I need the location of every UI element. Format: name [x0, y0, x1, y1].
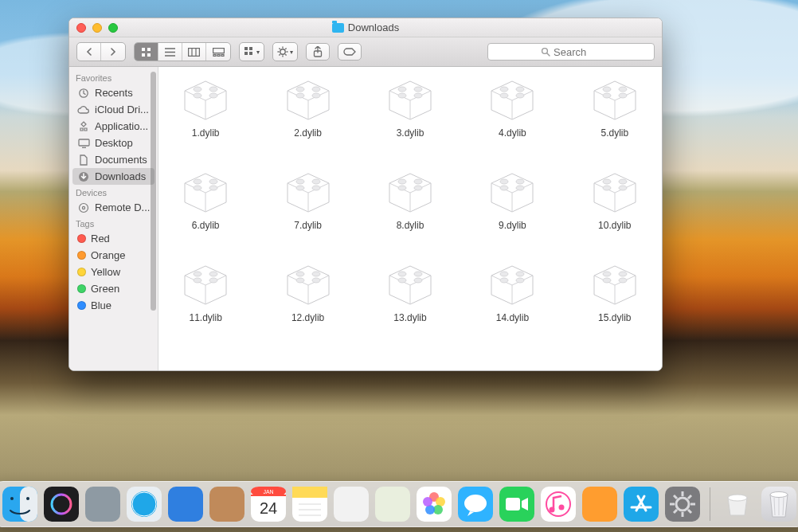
svg-rect-74	[582, 487, 617, 522]
sidebar-item-label: Orange	[91, 249, 125, 261]
svg-rect-7	[189, 48, 200, 56]
dock-app-notes[interactable]	[292, 487, 327, 522]
svg-point-67	[464, 495, 487, 512]
svg-text:JAN: JAN	[263, 489, 273, 495]
dock-app-photos[interactable]	[417, 487, 452, 522]
dock-app-mail[interactable]	[168, 487, 203, 522]
dylib-icon	[180, 75, 231, 121]
sidebar-item-tag-blue[interactable]: Blue	[69, 297, 158, 314]
tag-dot-icon	[77, 268, 86, 276]
dock-app-reminders[interactable]	[334, 487, 369, 522]
svg-line-25	[285, 48, 286, 49]
sidebar-item-desktop[interactable]: Desktop	[69, 135, 158, 151]
sidebar-item-tag-red[interactable]: Red	[69, 230, 158, 247]
sidebar-scrollbar[interactable]	[151, 72, 156, 311]
file-name-label: 10.dylib	[598, 220, 631, 231]
sidebar-item-applications[interactable]: Applicatio...	[69, 118, 158, 135]
dock-app-ibooks[interactable]	[582, 487, 617, 522]
file-item[interactable]: 3.dylib	[371, 75, 449, 139]
file-item[interactable]: 14.dylib	[473, 260, 551, 323]
forward-button[interactable]	[101, 43, 125, 61]
svg-rect-16	[249, 47, 252, 50]
file-name-label: 7.dylib	[294, 220, 322, 231]
dock-app-appstore[interactable]	[624, 487, 659, 522]
svg-rect-46	[168, 487, 203, 522]
close-window-button[interactable]	[76, 23, 86, 33]
dock-app-maps[interactable]	[375, 487, 410, 522]
view-gallery-button[interactable]	[206, 43, 230, 61]
dock-app-calendar[interactable]: JAN24	[251, 487, 286, 522]
svg-rect-47	[209, 487, 244, 522]
sidebar-item-label: Recents	[95, 87, 133, 99]
dock-app-sysprefs[interactable]	[665, 487, 700, 522]
sidebar-group-label: Favorites	[69, 70, 158, 84]
svg-rect-59	[375, 487, 410, 522]
view-columns-button[interactable]	[182, 43, 206, 61]
file-item[interactable]: 4.dylib	[473, 75, 551, 139]
svg-rect-13	[221, 54, 224, 56]
search-field[interactable]	[487, 43, 655, 61]
tag-dot-icon	[77, 301, 86, 310]
file-item[interactable]: 15.dylib	[576, 260, 654, 323]
view-icons-button[interactable]	[135, 43, 158, 61]
dock-app-messages[interactable]	[458, 487, 493, 522]
minimize-window-button[interactable]	[92, 23, 102, 33]
sidebar-item-documents[interactable]: Documents	[69, 151, 158, 168]
file-item[interactable]: 2.dylib	[268, 75, 346, 139]
dylib-icon	[283, 260, 334, 306]
dock-app-siri[interactable]	[44, 487, 79, 522]
sidebar-item-tag-orange[interactable]: Orange	[69, 247, 158, 264]
file-item[interactable]: 9.dylib	[473, 167, 551, 231]
file-name-label: 15.dylib	[598, 312, 631, 323]
sidebar-item-tag-yellow[interactable]: Yellow	[69, 264, 158, 280]
file-name-label: 1.dylib	[192, 127, 220, 139]
back-button[interactable]	[77, 43, 101, 61]
tag-dot-icon	[77, 251, 86, 260]
file-item[interactable]: 11.dylib	[166, 260, 244, 323]
sidebar-item-label: Green	[91, 283, 119, 295]
zoom-window-button[interactable]	[108, 23, 118, 33]
file-item[interactable]: 12.dylib	[268, 260, 346, 323]
svg-point-34	[80, 203, 88, 212]
dock-app-facetime[interactable]	[499, 487, 534, 522]
share-button[interactable]	[306, 43, 330, 61]
file-item[interactable]: 13.dylib	[371, 260, 449, 323]
finder-content[interactable]: 1.dylib2.dylib3.dylib4.dylib5.dylib6.dyl…	[158, 67, 662, 370]
view-list-button[interactable]	[158, 43, 182, 61]
svg-rect-14	[244, 47, 248, 50]
svg-rect-58	[334, 487, 369, 522]
file-item[interactable]: 7.dylib	[268, 167, 346, 231]
edit-tags-button[interactable]	[338, 43, 362, 61]
file-item[interactable]: 10.dylib	[576, 167, 654, 231]
svg-rect-3	[147, 53, 151, 57]
search-input[interactable]	[554, 46, 601, 58]
file-item[interactable]: 6.dylib	[166, 167, 244, 231]
sidebar-item-label: Documents	[95, 154, 147, 166]
action-menu[interactable]: ▾	[272, 42, 298, 61]
sidebar-item-label: iCloud Dri...	[95, 104, 149, 115]
search-icon	[541, 47, 550, 57]
sidebar-item-downloads[interactable]: Downloads	[72, 168, 155, 185]
folder-icon	[332, 23, 344, 33]
svg-point-35	[82, 206, 84, 209]
file-item[interactable]: 1.dylib	[166, 75, 244, 139]
file-item[interactable]: 8.dylib	[371, 167, 449, 231]
dock-app-contacts[interactable]	[209, 487, 244, 522]
sidebar-item-recents[interactable]: Recents	[69, 84, 158, 101]
dock-app-launchpad[interactable]	[85, 487, 120, 522]
svg-point-38	[10, 497, 14, 500]
arrange-menu[interactable]: ▾	[239, 42, 264, 61]
dock-trash[interactable]	[761, 487, 796, 522]
sidebar-item-tag-green[interactable]: Green	[69, 280, 158, 297]
dock-downloads-stack[interactable]	[720, 487, 755, 522]
dylib-icon	[180, 167, 231, 213]
dock-app-itunes[interactable]	[541, 487, 576, 522]
finder-toolbar: ▾ ▾	[69, 37, 662, 67]
window-titlebar[interactable]: Downloads	[69, 18, 662, 37]
dock-app-finder[interactable]	[2, 487, 37, 522]
sidebar-item-icloud[interactable]: iCloud Dri...	[69, 101, 158, 118]
sidebar-item-remote-disc[interactable]: Remote D...	[69, 199, 158, 216]
dock-app-safari[interactable]	[127, 487, 162, 522]
svg-point-89	[728, 495, 747, 501]
file-item[interactable]: 5.dylib	[576, 75, 654, 139]
